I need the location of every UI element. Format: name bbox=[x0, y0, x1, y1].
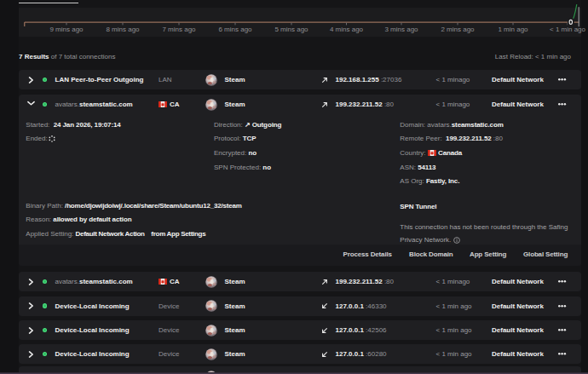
svg-text:7 mins ago: 7 mins ago bbox=[162, 26, 196, 33]
svg-text:4 mins ago: 4 mins ago bbox=[330, 26, 364, 33]
svg-text:1 min ago: 1 min ago bbox=[498, 26, 528, 33]
svg-text:5 mins ago: 5 mins ago bbox=[274, 26, 308, 33]
svg-text:3 mins ago: 3 mins ago bbox=[384, 26, 418, 33]
svg-text:2 mins ago: 2 mins ago bbox=[441, 26, 475, 33]
svg-text:9 mins ago: 9 mins ago bbox=[49, 26, 84, 33]
svg-text:8 mins ago: 8 mins ago bbox=[106, 26, 140, 33]
svg-text:6 mins ago: 6 mins ago bbox=[218, 26, 252, 33]
svg-text:< 1 min ago: < 1 min ago bbox=[550, 26, 586, 33]
